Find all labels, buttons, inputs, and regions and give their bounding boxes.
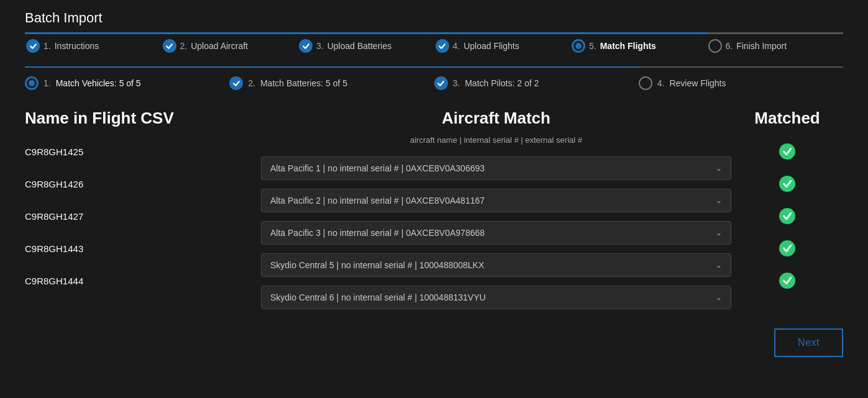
step-3-number: 3. <box>316 41 324 51</box>
step-1-label: Instructions <box>55 41 99 51</box>
match-dropdown-3-value: Skydio Central 5 | no internal serial # … <box>270 260 484 270</box>
sub-step-3-check <box>434 76 448 90</box>
next-btn-wrapper: Next <box>25 328 843 357</box>
top-line-6 <box>707 32 844 34</box>
next-button[interactable]: Next <box>774 328 843 357</box>
step-2-number: 2. <box>180 41 188 51</box>
step-6-number: 6. <box>726 41 733 51</box>
match-dropdown-1[interactable]: Alta Pacific 2 | no internal serial # | … <box>261 189 731 212</box>
sub-step-2-check <box>229 76 243 90</box>
green-check-2 <box>779 208 795 224</box>
step-6-label: Finish Import <box>736 41 787 51</box>
sub-step-4-circle <box>639 76 652 90</box>
name-row-1: C9R8GH1426 <box>25 168 261 200</box>
sub-stepper-lines <box>25 66 843 68</box>
chevron-down-icon-3: ⌄ <box>716 261 722 269</box>
green-check-1 <box>779 176 795 192</box>
name-column-header: Name in Flight CSV <box>25 109 261 128</box>
name-row-2: C9R8GH1427 <box>25 200 261 232</box>
sub-line-1 <box>25 66 229 68</box>
match-dropdown-4[interactable]: Skydio Central 6 | no internal serial # … <box>261 286 731 309</box>
sub-step-4-label: Review Flights <box>669 78 726 88</box>
page-title: Batch Import <box>25 10 843 26</box>
step-3-label: Upload Batteries <box>327 41 392 51</box>
match-dropdown-0-value: Alta Pacific 1 | no internal serial # | … <box>270 163 485 173</box>
sub-step-3-number: 3. <box>453 78 460 88</box>
match-rows: Alta Pacific 1 | no internal serial # | … <box>261 152 731 314</box>
match-dropdown-0[interactable]: Alta Pacific 1 | no internal serial # | … <box>261 156 731 180</box>
step-4-label: Upload Flights <box>464 41 519 51</box>
matched-column-header: Matched <box>754 109 820 128</box>
step-5-number: 5. <box>589 41 596 51</box>
top-line-1 <box>25 32 162 34</box>
matched-row-2 <box>731 200 843 232</box>
main-content: Name in Flight CSV C9R8GH1425 C9R8GH1426… <box>25 109 843 314</box>
top-line-2 <box>162 32 298 34</box>
matched-rows <box>731 135 843 297</box>
sub-step-1-label: Match Vehicles: 5 of 5 <box>56 78 141 88</box>
step-3-check <box>299 39 313 53</box>
green-check-3 <box>779 240 795 256</box>
name-row-0: C9R8GH1425 <box>25 135 261 168</box>
chevron-down-icon-2: ⌄ <box>716 228 722 237</box>
sub-step-3: 3. Match Pilots: 2 of 2 <box>434 76 639 90</box>
step-2-label: Upload Aircraft <box>191 41 248 51</box>
sub-step-1-number: 1. <box>43 78 51 88</box>
sub-step-1-circle <box>25 76 39 90</box>
matched-column: Matched <box>731 109 843 297</box>
match-dropdown-4-value: Skydio Central 6 | no internal serial # … <box>270 292 486 302</box>
match-row-4: Skydio Central 6 | no internal serial # … <box>261 281 731 314</box>
chevron-down-icon-0: ⌄ <box>716 164 722 173</box>
sub-step-4: 4. Review Flights <box>639 76 843 90</box>
sub-step-2: 2. Match Batteries: 5 of 5 <box>229 76 434 90</box>
match-row-3: Skydio Central 5 | no internal serial # … <box>261 249 731 281</box>
match-column: Aircraft Match aircraft name | internal … <box>261 109 731 314</box>
name-row-4: C9R8GH1444 <box>25 265 261 297</box>
top-stepper: 1. Instructions 2. Upload Aircraft 3. Up… <box>25 39 843 53</box>
top-step-1: 1. Instructions <box>25 39 162 53</box>
name-rows: C9R8GH1425 C9R8GH1426 C9R8GH1427 C9R8GH1… <box>25 135 261 297</box>
match-dropdown-3[interactable]: Skydio Central 5 | no internal serial # … <box>261 253 731 277</box>
name-column: Name in Flight CSV C9R8GH1425 C9R8GH1426… <box>25 109 261 297</box>
match-column-subheader: aircraft name | internal serial # | exte… <box>410 135 582 145</box>
matched-row-3 <box>731 232 843 265</box>
step-4-number: 4. <box>453 41 460 51</box>
step-5-label: Match Flights <box>600 41 656 51</box>
match-row-0: Alta Pacific 1 | no internal serial # | … <box>261 152 731 184</box>
top-step-3: 3. Upload Batteries <box>298 39 434 53</box>
sub-line-3 <box>434 66 639 68</box>
chevron-down-icon-1: ⌄ <box>716 196 722 205</box>
top-line-5 <box>570 32 707 34</box>
step-1-number: 1. <box>43 41 51 51</box>
match-row-1: Alta Pacific 2 | no internal serial # | … <box>261 184 731 217</box>
sub-line-4 <box>639 66 843 68</box>
top-step-6: 6. Finish Import <box>707 39 844 53</box>
top-stepper-lines <box>25 32 843 34</box>
top-line-3 <box>298 32 434 34</box>
sub-line-2 <box>229 66 434 68</box>
step-4-check <box>436 39 449 53</box>
matched-row-0 <box>731 135 843 168</box>
match-dropdown-1-value: Alta Pacific 2 | no internal serial # | … <box>270 196 485 206</box>
top-step-2: 2. Upload Aircraft <box>162 39 298 53</box>
match-dropdown-2[interactable]: Alta Pacific 3 | no internal serial # | … <box>261 221 731 245</box>
green-check-4 <box>779 273 795 289</box>
sub-step-4-number: 4. <box>657 78 665 88</box>
step-1-check <box>26 39 40 53</box>
step-5-circle <box>572 39 585 53</box>
match-dropdown-2-value: Alta Pacific 3 | no internal serial # | … <box>270 228 485 238</box>
sub-step-2-number: 2. <box>248 78 255 88</box>
matched-row-4 <box>731 265 843 297</box>
matched-row-1 <box>731 168 843 200</box>
match-column-header: Aircraft Match <box>442 109 550 128</box>
match-row-2: Alta Pacific 3 | no internal serial # | … <box>261 217 731 249</box>
sub-step-3-label: Match Pilots: 2 of 2 <box>465 78 539 88</box>
step-2-check <box>163 39 176 53</box>
top-step-4: 4. Upload Flights <box>434 39 571 53</box>
sub-step-1: 1. Match Vehicles: 5 of 5 <box>25 76 229 90</box>
step-6-circle <box>708 39 722 53</box>
top-step-5: 5. Match Flights <box>570 39 707 53</box>
green-check-0 <box>779 143 795 160</box>
top-line-4 <box>434 32 571 34</box>
sub-step-2-label: Match Batteries: 5 of 5 <box>260 78 347 88</box>
